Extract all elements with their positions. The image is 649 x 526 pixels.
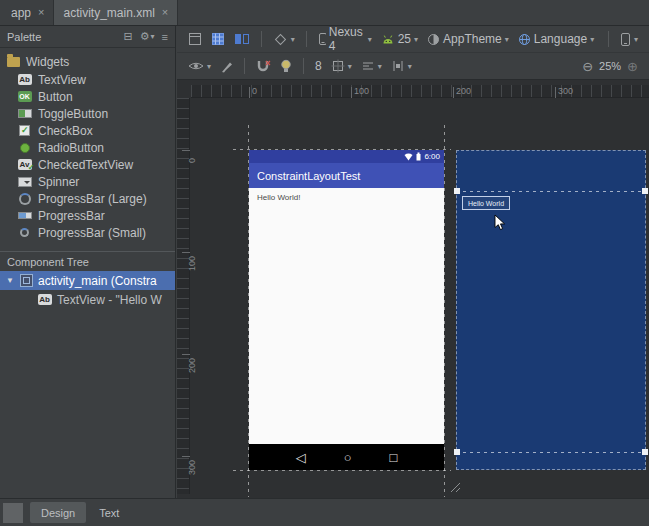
selection-handle[interactable] (642, 449, 648, 455)
align-button[interactable]: ▾ (358, 58, 385, 74)
tab-activity-main[interactable]: activity_main.xml × (54, 0, 178, 25)
margins-icon (331, 59, 345, 73)
blueprint-mode-icon (211, 32, 225, 46)
both-mode-button[interactable] (231, 30, 253, 48)
guide-line (233, 470, 451, 471)
close-icon[interactable]: × (38, 7, 44, 18)
default-margin-selector[interactable]: 8 (312, 57, 325, 75)
close-icon[interactable]: × (162, 7, 168, 18)
tab-app[interactable]: app × (2, 0, 54, 25)
tree-item-label: activity_main (Constra (38, 274, 157, 288)
tab-text[interactable]: Text (88, 502, 130, 523)
blueprint-textview-widget[interactable]: Hello World (462, 196, 510, 210)
ruler-label: 0 (187, 158, 197, 163)
tree-item-activity-main[interactable]: ▼ activity_main (Constra (0, 271, 175, 290)
palette-item-spinner[interactable]: Spinner (0, 173, 175, 190)
ruler-label: 100 (354, 86, 369, 96)
language-label: Language (534, 32, 587, 46)
api-level-label: 25 (398, 32, 411, 46)
palette-item-togglebutton[interactable]: ToggleButton (0, 105, 175, 122)
palette-item-label: ProgressBar (Large) (38, 192, 147, 206)
palette-item-label: CheckedTextView (38, 158, 133, 172)
selection-handle[interactable] (454, 188, 460, 194)
palette-settings-button[interactable]: ⚙▾ (140, 30, 155, 43)
tree-item-textview[interactable]: Ab TextView - "Hello W (0, 290, 175, 309)
battery-icon (416, 152, 421, 161)
palette-item-label: ToggleButton (38, 107, 108, 121)
chevron-down-icon: ▾ (151, 32, 155, 41)
selection-handle[interactable] (454, 449, 460, 455)
chevron-down-icon: ▾ (291, 35, 295, 44)
tab-design[interactable]: Design (30, 502, 86, 523)
collapse-all-icon[interactable]: ⊟ (123, 30, 132, 43)
wifi-icon (404, 153, 413, 161)
distribute-button[interactable]: ▾ (388, 58, 415, 74)
progressbar-icon (17, 209, 32, 222)
palette-item-button[interactable]: OK Button (0, 88, 175, 105)
language-selector[interactable]: Language ▾ (515, 30, 597, 48)
zoom-level: 25% (599, 60, 621, 72)
palette-item-checkedtextview[interactable]: Av CheckedTextView (0, 156, 175, 173)
separator (306, 31, 307, 47)
view-mode-icon[interactable]: ≡ (162, 31, 168, 43)
design-toolbar-top: ▾ Nexus 4 ▾ 25 ▾ AppTheme ▾ Language ▾ ▾ (177, 26, 649, 53)
toolwindow-toggle-button[interactable] (3, 503, 23, 523)
mouse-cursor (494, 214, 507, 233)
palette-item-label: ProgressBar (Small) (38, 226, 146, 240)
blueprint-mode-button[interactable] (208, 30, 228, 48)
device-content[interactable]: Hello World! (249, 188, 444, 444)
radiobutton-icon (17, 141, 32, 154)
expand-arrow-icon[interactable]: ▼ (5, 276, 15, 285)
design-mode-icon (188, 32, 202, 46)
component-tree-header: Component Tree (0, 251, 175, 271)
palette-item-radiobutton[interactable]: RadioButton (0, 139, 175, 156)
design-surface[interactable]: 0 100 200 300 0 100 200 300 6:00 Cons (177, 80, 649, 498)
status-bar: 6:00 (249, 150, 444, 163)
palette-item-progressbar[interactable]: ProgressBar (0, 207, 175, 224)
palette-item-progressbar-large[interactable]: ProgressBar (Large) (0, 190, 175, 207)
selection-handle[interactable] (642, 188, 648, 194)
spinner-icon (17, 175, 32, 188)
zoom-in-button[interactable]: ⊕ (624, 58, 641, 75)
design-toolbar-bottom: ▾ 8 ▾ ▾ ▾ ⊖ 25% (177, 53, 649, 80)
globe-icon (518, 33, 531, 46)
target-device-selector[interactable]: ▾ (617, 30, 641, 49)
horizontal-ruler: 0 100 200 300 (191, 85, 649, 98)
separator (608, 31, 609, 47)
separator (244, 58, 245, 74)
palette-item-label: Spinner (38, 175, 79, 189)
design-mode-button[interactable] (185, 30, 205, 48)
margins-button[interactable]: ▾ (328, 57, 355, 75)
set-blueprint-colors-button[interactable] (217, 58, 236, 75)
textview-widget[interactable]: Hello World! (257, 193, 300, 202)
selection-bound-line (456, 452, 646, 453)
palette-item-progressbar-small[interactable]: ProgressBar (Small) (0, 224, 175, 241)
phone-icon (318, 32, 326, 46)
palette-group-widgets[interactable]: Widgets (0, 53, 175, 71)
progressbar-large-icon (17, 192, 32, 205)
palette-group-label: Widgets (26, 55, 69, 69)
separator (303, 58, 304, 74)
navigation-bar: ◁ ○ □ (249, 444, 444, 470)
checkedtextview-icon: Av (17, 158, 32, 171)
theme-icon (427, 33, 440, 46)
infer-constraints-button[interactable] (277, 57, 295, 75)
palette-item-checkbox[interactable]: CheckBox (0, 122, 175, 139)
zoom-out-button[interactable]: ⊖ (579, 58, 596, 75)
autoconnect-toggle[interactable] (253, 58, 274, 75)
palette-item-label: Button (38, 90, 73, 104)
selection-bound-line (456, 191, 646, 192)
textview-icon: Ab (17, 73, 32, 86)
orientation-button[interactable]: ▾ (270, 30, 298, 49)
resize-grip[interactable] (448, 480, 461, 493)
textview-icon: Ab (37, 293, 52, 306)
chevron-down-icon: ▾ (207, 62, 211, 71)
view-options-button[interactable]: ▾ (185, 58, 214, 74)
theme-selector[interactable]: AppTheme ▾ (424, 30, 512, 48)
blueprint-view[interactable]: Hello World (456, 150, 646, 470)
device-preview[interactable]: 6:00 ConstraintLayoutTest Hello World! ◁… (249, 150, 444, 470)
api-level-selector[interactable]: 25 ▾ (378, 30, 421, 48)
ruler-label: 300 (187, 460, 197, 475)
palette-item-textview[interactable]: Ab TextView (0, 71, 175, 88)
device-selector[interactable]: Nexus 4 ▾ (315, 23, 375, 55)
